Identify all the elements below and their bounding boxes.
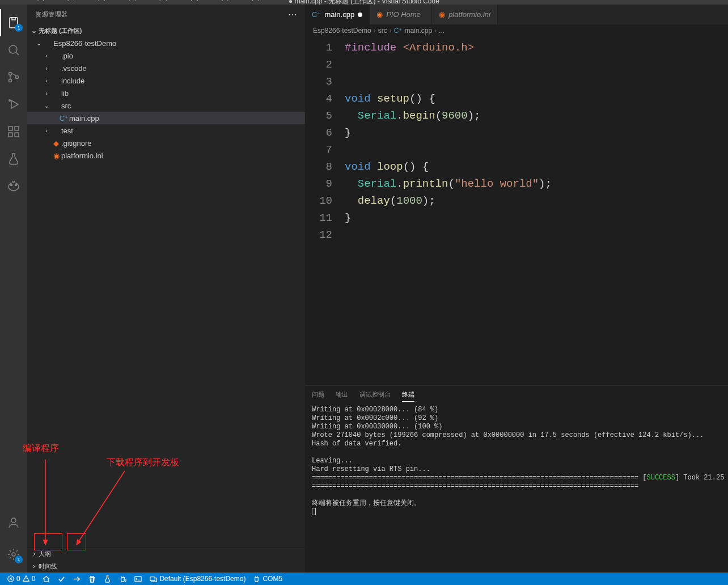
status-port[interactable]: COM5 (249, 573, 286, 585)
status-env-label: Default (Esp8266-testDemo) (159, 575, 246, 583)
outline-label: 大纲 (39, 550, 51, 558)
warning-count: 0 (32, 575, 36, 583)
timeline-section[interactable]: › 时间线 (27, 560, 305, 573)
panel-tab-debug-console[interactable]: 调试控制台 (359, 388, 391, 401)
timeline-label: 时间线 (39, 562, 57, 571)
tree-item-label: lib (61, 89, 69, 98)
folder-.pio[interactable]: ›.pio (27, 49, 305, 62)
chevron-right-icon: › (42, 65, 51, 71)
status-new-terminal-icon[interactable] (130, 573, 146, 585)
breadcrumb-item[interactable]: Esp8266-testDemo (313, 27, 371, 35)
menu-run[interactable]: 运行(R) (173, 0, 203, 2)
chevron-right-icon: › (374, 27, 376, 35)
status-bar: 0 0 Default (Esp8266-testDemo) COM5 (0, 573, 728, 585)
status-clean-icon[interactable] (84, 573, 100, 585)
tab-label: platformio.ini (448, 10, 490, 19)
chevron-right-icon: › (29, 562, 39, 570)
editor-tabs: C⁺main.cpp◉PIO Home◉platformio.ini (305, 5, 728, 24)
svg-point-2 (9, 79, 12, 82)
activity-search-icon[interactable] (0, 36, 27, 64)
panel-tab-terminal[interactable]: 终端 (402, 388, 414, 402)
chevron-down-icon: ⌄ (42, 102, 51, 110)
menu-view[interactable]: 查看(V) (111, 0, 140, 2)
folder-Esp8266-testDemo[interactable]: ⌄Esp8266-testDemo (27, 37, 305, 49)
outline-section[interactable]: › 大纲 (27, 548, 305, 560)
platformio-icon: ◉ (376, 10, 383, 19)
folder-test[interactable]: ›test (27, 124, 305, 137)
editor-area: C⁺main.cpp◉PIO Home◉platformio.ini Esp82… (305, 5, 728, 573)
activity-platformio-icon[interactable] (0, 172, 27, 200)
panel-tab-problems[interactable]: 问题 (312, 388, 324, 401)
activity-bar: 1 1 (0, 5, 27, 573)
menu-help[interactable]: 帮助(H) (234, 0, 264, 2)
breadcrumb-item[interactable]: ... (439, 27, 445, 35)
activity-debug-icon[interactable] (0, 91, 27, 118)
status-env-switcher[interactable]: Default (Esp8266-testDemo) (146, 573, 249, 585)
status-upload-icon[interactable] (69, 573, 84, 585)
svg-rect-8 (15, 127, 19, 131)
explorer-badge: 1 (15, 24, 23, 32)
folder-include[interactable]: ›include (27, 74, 305, 87)
breadcrumbs[interactable]: Esp8266-testDemo › src › C⁺ main.cpp › .… (305, 24, 728, 37)
status-pio-home-icon[interactable] (39, 573, 54, 585)
cpp-icon: C⁺ (312, 10, 321, 19)
file-platformio.ini[interactable]: ◉platformio.ini (27, 149, 305, 162)
folder-lib[interactable]: ›lib (27, 87, 305, 99)
menu-edit[interactable]: 编辑(E) (49, 0, 79, 2)
menu-file[interactable]: 文件(F) (19, 0, 48, 2)
panel-tab-output[interactable]: 输出 (336, 388, 348, 401)
activity-testing-icon[interactable] (0, 145, 27, 172)
line-numbers: 123456789101112 (305, 39, 345, 385)
status-test-icon[interactable] (100, 573, 115, 585)
activity-accounts-icon[interactable] (0, 509, 27, 536)
cpp-icon: C⁺ (59, 114, 69, 123)
chevron-right-icon: › (434, 27, 437, 35)
modified-dot-icon (358, 12, 362, 17)
terminal-content[interactable]: Writing at 0x00028000... (84 %) Writing … (305, 403, 728, 573)
status-serial-monitor-icon[interactable] (115, 573, 130, 585)
tab-main-cpp[interactable]: C⁺main.cpp (305, 5, 370, 24)
file-tree: ⌄Esp8266-testDemo›.pio›.vscode›include›l… (27, 37, 305, 547)
chevron-down-icon: ⌄ (34, 40, 43, 47)
tree-item-label: platformio.ini (61, 151, 103, 160)
chevron-right-icon: › (390, 27, 392, 35)
git-icon: ◆ (51, 139, 61, 148)
chevron-right-icon: › (42, 77, 51, 84)
workspace-section[interactable]: ⌄ 无标题 (工作区) (27, 24, 305, 37)
activity-extensions-icon[interactable] (0, 118, 27, 145)
svg-rect-6 (9, 133, 12, 137)
folder-src[interactable]: ⌄src (27, 99, 305, 112)
platformio-icon: ◉ (51, 151, 61, 160)
svg-rect-7 (15, 133, 19, 137)
platformio-icon: ◉ (439, 10, 445, 19)
tree-item-label: main.cpp (69, 114, 99, 123)
tab-platformio-ini[interactable]: ◉platformio.ini (432, 5, 498, 24)
sidebar-more-icon[interactable]: ⋯ (288, 9, 298, 20)
tree-item-label: Esp8266-testDemo (53, 39, 116, 48)
panel-tabs: 问题 输出 调试控制台 终端 (305, 386, 728, 403)
svg-point-0 (9, 45, 17, 53)
activity-settings-icon[interactable]: 1 (0, 541, 27, 568)
tab-label: PIO Home (386, 10, 421, 19)
code-content[interactable]: #include <Arduino.h> void setup() { Seri… (345, 39, 728, 385)
breadcrumb-item[interactable]: src (378, 27, 387, 35)
file-main.cpp[interactable]: C⁺main.cpp (27, 112, 305, 124)
chevron-right-icon: › (42, 90, 51, 96)
svg-point-1 (9, 73, 12, 75)
status-build-icon[interactable] (54, 573, 69, 585)
menu-selection[interactable]: 选择(S) (80, 0, 109, 2)
status-errors[interactable]: 0 0 (3, 573, 39, 585)
activity-scm-icon[interactable] (0, 64, 27, 91)
tree-item-label: .gitignore (61, 139, 91, 148)
file-.gitignore[interactable]: ◆.gitignore (27, 137, 305, 149)
svg-point-4 (9, 100, 10, 101)
settings-badge: 1 (15, 555, 23, 563)
menu-go[interactable]: 转到(G) (141, 0, 171, 2)
code-editor[interactable]: 123456789101112 #include <Arduino.h> voi… (305, 37, 728, 385)
tab-pio-home[interactable]: ◉PIO Home (370, 5, 432, 24)
folder-.vscode[interactable]: ›.vscode (27, 62, 305, 74)
menu-terminal[interactable]: 终端(T) (204, 0, 232, 2)
activity-explorer-icon[interactable]: 1 (0, 9, 27, 36)
breadcrumb-item[interactable]: main.cpp (404, 27, 432, 35)
tree-item-label: src (61, 102, 71, 110)
